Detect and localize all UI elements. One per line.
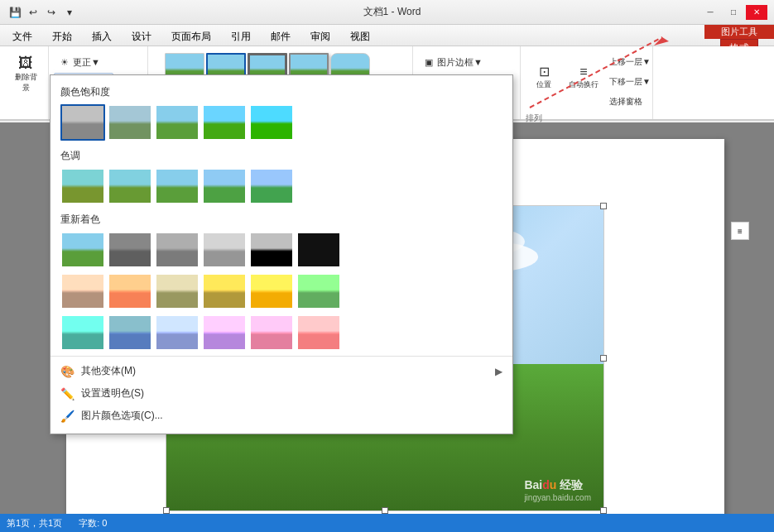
right-toolbar: ≡ bbox=[731, 222, 749, 240]
recolor-red-dark[interactable] bbox=[108, 273, 152, 309]
recolor-none[interactable] bbox=[60, 232, 105, 268]
status-bar: 第1页，共1页 字数: 0 bbox=[0, 514, 774, 532]
saturation-thumb-0[interactable] bbox=[60, 104, 105, 141]
recolor-blue-dark[interactable] bbox=[108, 314, 152, 351]
handle-tr[interactable] bbox=[600, 203, 607, 209]
position-button[interactable]: ⊡ 位置 bbox=[526, 53, 562, 101]
saturation-thumb-2[interactable] bbox=[155, 104, 200, 141]
color-options-menu-item[interactable]: 🖌️ 图片颜色选项(C)... bbox=[50, 405, 512, 427]
correct-button[interactable]: ☀ 更正▼ bbox=[54, 53, 113, 71]
customize-qat-button[interactable]: ▾ bbox=[61, 4, 78, 21]
tab-file[interactable]: 文件 bbox=[3, 27, 41, 46]
page-count: 第1页，共1页 bbox=[7, 517, 62, 530]
selection-pane-button[interactable]: 选择窗格 bbox=[605, 93, 655, 111]
picture-border-button[interactable]: ▣ 图片边框▼ bbox=[418, 53, 487, 71]
tone-thumb-2[interactable] bbox=[108, 168, 152, 204]
window-title: 文档1 - Word bbox=[84, 5, 699, 19]
bring-forward-button[interactable]: 上移一层▼ bbox=[605, 53, 655, 71]
recolor-black-white[interactable] bbox=[249, 232, 294, 268]
handle-mr[interactable] bbox=[600, 355, 607, 362]
set-transparent-menu-item[interactable]: ✏️ 设置透明色(S) bbox=[50, 382, 512, 405]
recolor-black-solid[interactable] bbox=[296, 232, 341, 268]
recolor-magenta[interactable] bbox=[296, 314, 341, 351]
saturation-section-title: 颜色饱和度 bbox=[50, 82, 512, 103]
close-button[interactable]: ✕ bbox=[746, 5, 767, 20]
recolor-pink[interactable] bbox=[249, 314, 294, 351]
tone-thumb-1[interactable] bbox=[60, 168, 105, 204]
color-dropdown: 颜色饱和度 色调 bbox=[50, 74, 513, 434]
tab-design[interactable]: 设计 bbox=[123, 27, 161, 46]
maximize-button[interactable]: □ bbox=[723, 5, 744, 20]
other-variants-menu-item[interactable]: 🎨 其他变体(M) ▶ bbox=[50, 360, 512, 382]
saturation-thumbs bbox=[50, 103, 512, 142]
saturation-thumb-3[interactable] bbox=[202, 104, 247, 141]
group-remove-bg: 🖼 删除背景 bbox=[3, 46, 49, 119]
tab-view[interactable]: 视图 bbox=[341, 27, 379, 46]
tone-thumb-5[interactable] bbox=[249, 168, 294, 204]
format-tool-group-label: 图片工具 bbox=[704, 25, 774, 39]
window-controls: ─ □ ✕ bbox=[699, 5, 767, 20]
minimize-button[interactable]: ─ bbox=[699, 5, 721, 20]
recolor-yellow[interactable] bbox=[249, 273, 294, 309]
word-count: 字数: 0 bbox=[79, 517, 107, 530]
tab-review[interactable]: 审阅 bbox=[301, 27, 339, 46]
recolor-orange[interactable] bbox=[202, 273, 247, 309]
recolor-teal[interactable] bbox=[60, 314, 105, 351]
recolor-thumbs-row1 bbox=[50, 230, 512, 270]
watermark-text: Baidu 经验 bbox=[524, 478, 591, 493]
recolor-gray-dark[interactable] bbox=[108, 232, 152, 268]
title-bar: 💾 ↩ ↪ ▾ 文档1 - Word ─ □ ✕ bbox=[0, 0, 774, 25]
wrap-text-button[interactable]: ≡ 自动换行 bbox=[565, 53, 602, 101]
tone-thumb-3[interactable] bbox=[155, 168, 200, 204]
ribbon-tabs: 文件 开始 插入 设计 页面布局 引用 邮件 审阅 视图 图片工具 格式 bbox=[0, 25, 774, 46]
tab-mailings[interactable]: 邮件 bbox=[262, 27, 300, 46]
tone-section-title: 色调 bbox=[50, 146, 512, 166]
tab-home[interactable]: 开始 bbox=[43, 27, 81, 46]
save-qat-button[interactable]: 💾 bbox=[7, 4, 23, 21]
submenu-arrow-icon: ▶ bbox=[495, 366, 502, 377]
group-arrange: ⊡ 位置 ≡ 自动换行 上移一层▼ 下移一层▼ 选择窗格 bbox=[521, 46, 653, 119]
saturation-thumb-4[interactable] bbox=[249, 104, 294, 141]
recolor-brown[interactable] bbox=[60, 273, 105, 309]
tab-insert[interactable]: 插入 bbox=[83, 27, 121, 46]
undo-qat-button[interactable]: ↩ bbox=[25, 4, 41, 21]
recolor-olive[interactable] bbox=[155, 273, 200, 309]
tab-layout[interactable]: 页面布局 bbox=[162, 27, 220, 46]
recolor-blue-light[interactable] bbox=[155, 314, 200, 351]
handle-br[interactable] bbox=[600, 507, 607, 514]
recolor-gray-lightest[interactable] bbox=[202, 232, 247, 268]
handle-bl[interactable] bbox=[163, 507, 170, 514]
recolor-thumbs-row2 bbox=[50, 271, 512, 311]
handle-bm[interactable] bbox=[382, 507, 388, 514]
recolor-purple[interactable] bbox=[202, 314, 247, 351]
remove-bg-button[interactable]: 🖼 删除背景 bbox=[9, 50, 42, 98]
redo-qat-button[interactable]: ↪ bbox=[43, 4, 60, 21]
recolor-lime[interactable] bbox=[296, 273, 341, 309]
saturation-thumb-1[interactable] bbox=[108, 104, 152, 141]
watermark-container: Baidu 经验 jingyan.baidu.com bbox=[524, 478, 591, 502]
recolor-thumbs-row3 bbox=[50, 313, 512, 352]
tone-thumb-4[interactable] bbox=[202, 168, 247, 204]
send-backward-button[interactable]: 下移一层▼ bbox=[605, 73, 655, 91]
recolor-section-title: 重新着色 bbox=[50, 209, 512, 230]
watermark-sub: jingyan.baidu.com bbox=[524, 493, 591, 502]
recolor-gray-light[interactable] bbox=[155, 232, 200, 268]
correct-icon: ☀ bbox=[58, 55, 71, 69]
align-icon[interactable]: ≡ bbox=[731, 222, 749, 240]
divider-1 bbox=[50, 356, 512, 357]
quick-access-toolbar: 💾 ↩ ↪ ▾ bbox=[7, 4, 78, 21]
tone-thumbs bbox=[50, 166, 512, 206]
tab-references[interactable]: 引用 bbox=[222, 27, 260, 46]
border-icon: ▣ bbox=[422, 55, 435, 69]
